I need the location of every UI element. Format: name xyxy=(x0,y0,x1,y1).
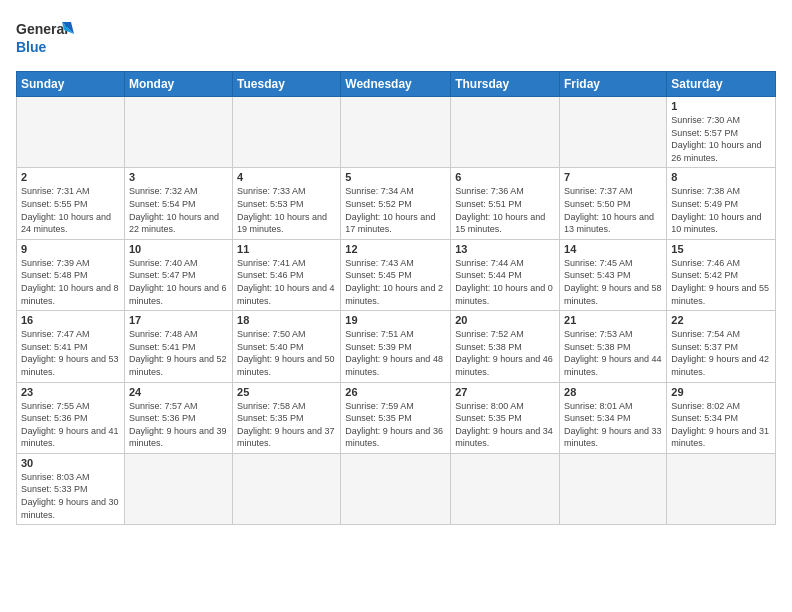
header: General Blue xyxy=(16,16,776,61)
calendar-day-cell xyxy=(233,453,341,524)
calendar-day-cell: 7Sunrise: 7:37 AM Sunset: 5:50 PM Daylig… xyxy=(560,168,667,239)
day-info: Sunrise: 7:54 AM Sunset: 5:37 PM Dayligh… xyxy=(671,328,771,378)
day-info: Sunrise: 7:37 AM Sunset: 5:50 PM Dayligh… xyxy=(564,185,662,235)
calendar-day-cell: 22Sunrise: 7:54 AM Sunset: 5:37 PM Dayli… xyxy=(667,311,776,382)
calendar-day-cell: 8Sunrise: 7:38 AM Sunset: 5:49 PM Daylig… xyxy=(667,168,776,239)
calendar-day-cell xyxy=(233,97,341,168)
day-number: 3 xyxy=(129,171,228,183)
day-info: Sunrise: 7:41 AM Sunset: 5:46 PM Dayligh… xyxy=(237,257,336,307)
day-number: 1 xyxy=(671,100,771,112)
calendar-day-header: Thursday xyxy=(451,72,560,97)
calendar-day-cell: 13Sunrise: 7:44 AM Sunset: 5:44 PM Dayli… xyxy=(451,239,560,310)
calendar-table: SundayMondayTuesdayWednesdayThursdayFrid… xyxy=(16,71,776,525)
calendar-day-cell: 2Sunrise: 7:31 AM Sunset: 5:55 PM Daylig… xyxy=(17,168,125,239)
calendar-day-cell: 25Sunrise: 7:58 AM Sunset: 5:35 PM Dayli… xyxy=(233,382,341,453)
calendar-day-cell: 4Sunrise: 7:33 AM Sunset: 5:53 PM Daylig… xyxy=(233,168,341,239)
day-info: Sunrise: 8:00 AM Sunset: 5:35 PM Dayligh… xyxy=(455,400,555,450)
day-info: Sunrise: 7:57 AM Sunset: 5:36 PM Dayligh… xyxy=(129,400,228,450)
day-info: Sunrise: 7:53 AM Sunset: 5:38 PM Dayligh… xyxy=(564,328,662,378)
day-number: 20 xyxy=(455,314,555,326)
day-number: 14 xyxy=(564,243,662,255)
logo: General Blue xyxy=(16,16,76,61)
calendar-day-cell: 29Sunrise: 8:02 AM Sunset: 5:34 PM Dayli… xyxy=(667,382,776,453)
calendar-day-cell: 24Sunrise: 7:57 AM Sunset: 5:36 PM Dayli… xyxy=(124,382,232,453)
calendar-day-cell: 3Sunrise: 7:32 AM Sunset: 5:54 PM Daylig… xyxy=(124,168,232,239)
calendar-day-cell: 21Sunrise: 7:53 AM Sunset: 5:38 PM Dayli… xyxy=(560,311,667,382)
day-info: Sunrise: 7:58 AM Sunset: 5:35 PM Dayligh… xyxy=(237,400,336,450)
day-number: 25 xyxy=(237,386,336,398)
day-info: Sunrise: 7:39 AM Sunset: 5:48 PM Dayligh… xyxy=(21,257,120,307)
day-number: 24 xyxy=(129,386,228,398)
day-number: 19 xyxy=(345,314,446,326)
calendar-day-cell: 14Sunrise: 7:45 AM Sunset: 5:43 PM Dayli… xyxy=(560,239,667,310)
day-info: Sunrise: 7:33 AM Sunset: 5:53 PM Dayligh… xyxy=(237,185,336,235)
day-info: Sunrise: 7:34 AM Sunset: 5:52 PM Dayligh… xyxy=(345,185,446,235)
calendar-day-cell: 16Sunrise: 7:47 AM Sunset: 5:41 PM Dayli… xyxy=(17,311,125,382)
calendar-week-row: 30Sunrise: 8:03 AM Sunset: 5:33 PM Dayli… xyxy=(17,453,776,524)
day-number: 17 xyxy=(129,314,228,326)
day-number: 7 xyxy=(564,171,662,183)
day-number: 23 xyxy=(21,386,120,398)
day-info: Sunrise: 7:31 AM Sunset: 5:55 PM Dayligh… xyxy=(21,185,120,235)
calendar-day-cell: 5Sunrise: 7:34 AM Sunset: 5:52 PM Daylig… xyxy=(341,168,451,239)
day-number: 26 xyxy=(345,386,446,398)
calendar-day-header: Monday xyxy=(124,72,232,97)
day-info: Sunrise: 7:51 AM Sunset: 5:39 PM Dayligh… xyxy=(345,328,446,378)
calendar-day-cell xyxy=(124,453,232,524)
calendar-day-cell xyxy=(667,453,776,524)
day-number: 16 xyxy=(21,314,120,326)
calendar-day-cell xyxy=(341,453,451,524)
day-number: 21 xyxy=(564,314,662,326)
calendar-week-row: 9Sunrise: 7:39 AM Sunset: 5:48 PM Daylig… xyxy=(17,239,776,310)
day-info: Sunrise: 8:03 AM Sunset: 5:33 PM Dayligh… xyxy=(21,471,120,521)
calendar-week-row: 23Sunrise: 7:55 AM Sunset: 5:36 PM Dayli… xyxy=(17,382,776,453)
calendar-day-cell: 11Sunrise: 7:41 AM Sunset: 5:46 PM Dayli… xyxy=(233,239,341,310)
calendar-day-header: Sunday xyxy=(17,72,125,97)
calendar-day-cell xyxy=(560,97,667,168)
day-info: Sunrise: 7:44 AM Sunset: 5:44 PM Dayligh… xyxy=(455,257,555,307)
day-number: 22 xyxy=(671,314,771,326)
calendar-day-cell: 12Sunrise: 7:43 AM Sunset: 5:45 PM Dayli… xyxy=(341,239,451,310)
day-info: Sunrise: 7:59 AM Sunset: 5:35 PM Dayligh… xyxy=(345,400,446,450)
calendar-day-cell: 18Sunrise: 7:50 AM Sunset: 5:40 PM Dayli… xyxy=(233,311,341,382)
day-info: Sunrise: 7:36 AM Sunset: 5:51 PM Dayligh… xyxy=(455,185,555,235)
day-number: 30 xyxy=(21,457,120,469)
calendar-day-cell xyxy=(451,453,560,524)
svg-text:Blue: Blue xyxy=(16,39,47,55)
day-number: 15 xyxy=(671,243,771,255)
calendar-day-cell: 9Sunrise: 7:39 AM Sunset: 5:48 PM Daylig… xyxy=(17,239,125,310)
day-number: 13 xyxy=(455,243,555,255)
calendar-week-row: 1Sunrise: 7:30 AM Sunset: 5:57 PM Daylig… xyxy=(17,97,776,168)
day-number: 18 xyxy=(237,314,336,326)
calendar-day-cell: 26Sunrise: 7:59 AM Sunset: 5:35 PM Dayli… xyxy=(341,382,451,453)
calendar-day-cell xyxy=(124,97,232,168)
day-info: Sunrise: 7:43 AM Sunset: 5:45 PM Dayligh… xyxy=(345,257,446,307)
day-number: 11 xyxy=(237,243,336,255)
calendar-day-cell xyxy=(451,97,560,168)
day-number: 9 xyxy=(21,243,120,255)
day-number: 28 xyxy=(564,386,662,398)
calendar-day-cell: 1Sunrise: 7:30 AM Sunset: 5:57 PM Daylig… xyxy=(667,97,776,168)
day-info: Sunrise: 7:55 AM Sunset: 5:36 PM Dayligh… xyxy=(21,400,120,450)
day-number: 4 xyxy=(237,171,336,183)
day-info: Sunrise: 7:45 AM Sunset: 5:43 PM Dayligh… xyxy=(564,257,662,307)
calendar-day-cell: 30Sunrise: 8:03 AM Sunset: 5:33 PM Dayli… xyxy=(17,453,125,524)
day-info: Sunrise: 7:40 AM Sunset: 5:47 PM Dayligh… xyxy=(129,257,228,307)
day-info: Sunrise: 8:02 AM Sunset: 5:34 PM Dayligh… xyxy=(671,400,771,450)
calendar-day-cell: 19Sunrise: 7:51 AM Sunset: 5:39 PM Dayli… xyxy=(341,311,451,382)
day-number: 6 xyxy=(455,171,555,183)
calendar-day-cell: 27Sunrise: 8:00 AM Sunset: 5:35 PM Dayli… xyxy=(451,382,560,453)
day-number: 8 xyxy=(671,171,771,183)
page: General Blue SundayMondayTuesdayWednesda… xyxy=(0,0,792,612)
day-info: Sunrise: 7:38 AM Sunset: 5:49 PM Dayligh… xyxy=(671,185,771,235)
calendar-day-header: Tuesday xyxy=(233,72,341,97)
day-info: Sunrise: 8:01 AM Sunset: 5:34 PM Dayligh… xyxy=(564,400,662,450)
day-info: Sunrise: 7:30 AM Sunset: 5:57 PM Dayligh… xyxy=(671,114,771,164)
calendar-day-header: Wednesday xyxy=(341,72,451,97)
calendar-week-row: 2Sunrise: 7:31 AM Sunset: 5:55 PM Daylig… xyxy=(17,168,776,239)
day-info: Sunrise: 7:52 AM Sunset: 5:38 PM Dayligh… xyxy=(455,328,555,378)
calendar-day-cell: 20Sunrise: 7:52 AM Sunset: 5:38 PM Dayli… xyxy=(451,311,560,382)
day-number: 10 xyxy=(129,243,228,255)
day-info: Sunrise: 7:48 AM Sunset: 5:41 PM Dayligh… xyxy=(129,328,228,378)
calendar-header-row: SundayMondayTuesdayWednesdayThursdayFrid… xyxy=(17,72,776,97)
